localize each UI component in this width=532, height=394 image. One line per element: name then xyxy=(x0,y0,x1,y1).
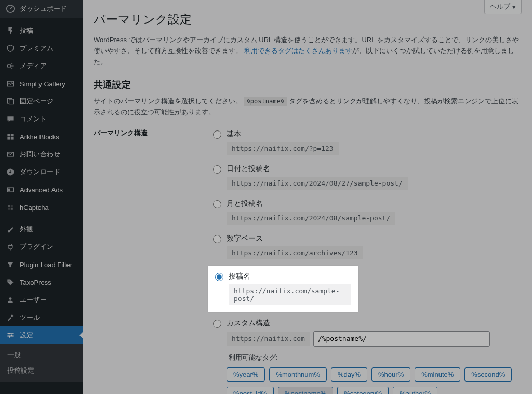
svg-rect-5 xyxy=(7,134,10,136)
sidebar-item-label: Plugin Load Filter xyxy=(20,261,72,269)
radio-label: 月と投稿名 xyxy=(227,199,516,208)
sidebar-item-download[interactable]: ダウンロード xyxy=(0,163,83,181)
permalink-option-monthname[interactable]: 月と投稿名 https://naifix.com/2024/08/sample-… xyxy=(208,195,522,229)
svg-point-19 xyxy=(8,333,10,334)
sidebar-item-taxopress[interactable]: TaxoPress xyxy=(0,273,83,291)
tag-day[interactable]: %day% xyxy=(331,367,367,382)
sidebar-item-label: SimpLy Gallery xyxy=(20,80,65,88)
sidebar-item-label: ダウンロード xyxy=(20,167,60,177)
example-url: https://naifix.com/archives/123 xyxy=(227,246,363,259)
tag-second[interactable]: %second% xyxy=(464,367,512,382)
ads-icon xyxy=(5,185,16,195)
svg-point-1 xyxy=(7,64,10,68)
sidebar-item-label: 投稿 xyxy=(20,26,33,35)
help-label: ヘルプ xyxy=(490,2,510,11)
sidebar-item-pages[interactable]: 固定ページ xyxy=(0,93,83,110)
tag-year[interactable]: %year% xyxy=(227,367,265,382)
sidebar-item-label: TaxoPress xyxy=(20,279,51,286)
radio-custom[interactable] xyxy=(213,320,221,328)
tag-postname[interactable]: %postname% xyxy=(278,387,333,394)
tag-monthnum[interactable]: %monthnum% xyxy=(269,367,327,382)
main-content: ヘルプ ▾ パーマリンク設定 WordPress ではパーマリンクやアーカイブに… xyxy=(83,0,532,394)
common-settings-description: サイトのパーマリンク構造を選択してください。 %postname% タグを含める… xyxy=(94,96,522,118)
sidebar-item-plugin-load-filter[interactable]: Plugin Load Filter xyxy=(0,256,83,273)
pages-icon xyxy=(5,96,16,107)
common-settings-heading: 共通設定 xyxy=(94,78,522,91)
sidebar-item-hcaptcha[interactable]: hCaptcha xyxy=(0,199,83,216)
svg-rect-7 xyxy=(7,137,10,140)
permalink-option-postname[interactable]: 投稿名 https://naifix.com/sample-post/ xyxy=(208,266,358,312)
permalink-option-plain[interactable]: 基本 https://naifix.com/?p=123 xyxy=(208,125,522,159)
wrench-icon xyxy=(5,312,16,323)
permalink-structure-label: パーマリンク構造 xyxy=(94,125,208,394)
chevron-down-icon: ▾ xyxy=(512,3,516,11)
sidebar-item-dashboard[interactable]: ダッシュボード xyxy=(0,0,83,18)
sidebar-item-premium[interactable]: プレミアム xyxy=(0,40,83,57)
radio-dayname[interactable] xyxy=(213,165,221,174)
radio-label: 基本 xyxy=(227,129,516,139)
tag-minute[interactable]: %minute% xyxy=(415,367,460,382)
help-tab[interactable]: ヘルプ ▾ xyxy=(484,0,522,14)
submenu-item-writing[interactable]: 投稿設定 xyxy=(0,363,83,378)
sidebar-item-comments[interactable]: コメント xyxy=(0,110,83,128)
sidebar-item-label: コメント xyxy=(20,114,47,124)
shield-icon xyxy=(5,43,16,54)
sidebar-item-contact[interactable]: お問い合わせ xyxy=(0,146,83,163)
sidebar-item-label: ユーザー xyxy=(20,295,47,305)
sidebar-item-label: hCaptcha xyxy=(20,204,49,212)
sidebar-item-simply-gallery[interactable]: SimpLy Gallery xyxy=(0,75,83,93)
radio-label: 投稿名 xyxy=(229,272,351,281)
svg-point-20 xyxy=(11,334,12,336)
available-tags-link[interactable]: 利用できるタグはたくさんあります xyxy=(244,47,352,55)
sidebar-item-label: Arkhe Blocks xyxy=(20,133,59,141)
sidebar-item-appearance[interactable]: 外観 xyxy=(0,220,83,238)
svg-rect-13 xyxy=(8,205,10,207)
sidebar-item-label: お問い合わせ xyxy=(20,150,60,159)
radio-plain[interactable] xyxy=(213,130,221,139)
sidebar-item-posts[interactable]: 投稿 xyxy=(0,22,83,40)
postname-code-tag: %postname% xyxy=(244,97,287,106)
dashboard-icon xyxy=(5,4,16,14)
sidebar-item-tools[interactable]: ツール xyxy=(0,309,83,326)
example-url: https://naifix.com/?p=123 xyxy=(227,142,339,155)
custom-structure-input[interactable] xyxy=(313,331,490,347)
submenu-item-general[interactable]: 一般 xyxy=(0,347,83,363)
tag-category[interactable]: %category% xyxy=(337,387,389,394)
permalink-option-numeric[interactable]: 数字ベース https://naifix.com/archives/123 xyxy=(208,230,522,264)
sidebar-item-label: プラグイン xyxy=(20,242,54,252)
admin-sidebar: ダッシュボード 投稿 プレミアム メディア SimpLy Gallery 固定ペ… xyxy=(0,0,83,394)
sidebar-item-users[interactable]: ユーザー xyxy=(0,291,83,309)
intro-paragraph: WordPress ではパーマリンクやアーカイブにカスタム URL 構造を使うこ… xyxy=(94,35,522,67)
svg-rect-16 xyxy=(11,208,13,210)
sidebar-item-label: ダッシュボード xyxy=(20,4,67,14)
radio-postname[interactable] xyxy=(215,273,223,281)
permalink-option-dayname[interactable]: 日付と投稿名 https://naifix.com/2024/08/27/sam… xyxy=(208,160,522,194)
filter-icon xyxy=(5,259,16,270)
svg-point-17 xyxy=(8,280,9,281)
tag-post-id[interactable]: %post_id% xyxy=(227,387,274,394)
media-icon xyxy=(5,61,16,71)
sidebar-item-plugins[interactable]: プラグイン xyxy=(0,238,83,256)
tag-author[interactable]: %author% xyxy=(393,387,437,394)
sidebar-item-media[interactable]: メディア xyxy=(0,57,83,75)
blocks-icon xyxy=(5,132,16,142)
sidebar-item-advanced-ads[interactable]: Advanced Ads xyxy=(0,181,83,199)
radio-numeric[interactable] xyxy=(213,235,221,243)
radio-monthname[interactable] xyxy=(213,200,221,208)
sidebar-item-arkhe-blocks[interactable]: Arkhe Blocks xyxy=(0,128,83,146)
sidebar-item-label: 外観 xyxy=(20,225,33,234)
svg-rect-14 xyxy=(11,205,13,207)
permalink-option-custom[interactable]: カスタム構造 https://naifix.com 利用可能なタグ: %year… xyxy=(208,314,522,394)
radio-label: 日付と投稿名 xyxy=(227,164,516,174)
tag-hour[interactable]: %hour% xyxy=(371,367,410,382)
svg-rect-12 xyxy=(8,189,10,191)
sidebar-item-label: ツール xyxy=(20,313,40,322)
sidebar-item-settings[interactable]: 設定 xyxy=(0,326,83,344)
radio-label: 数字ベース xyxy=(227,234,516,243)
brush-icon xyxy=(5,224,16,234)
sidebar-item-label: プレミアム xyxy=(20,44,54,53)
radio-label: カスタム構造 xyxy=(227,319,516,328)
sidebar-item-label: メディア xyxy=(20,61,47,71)
download-icon xyxy=(5,167,16,177)
image-icon xyxy=(5,78,16,89)
